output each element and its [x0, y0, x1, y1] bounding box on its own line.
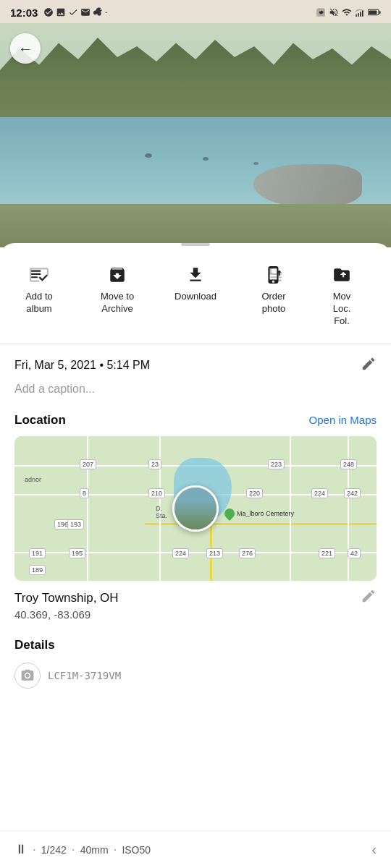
section-divider [0, 344, 391, 344]
svg-rect-5 [369, 10, 377, 14]
road-label-210: 210 [148, 488, 165, 498]
iso-value: ISO50 [122, 844, 151, 856]
pause-icon[interactable]: ⏸ [14, 842, 28, 857]
info-section: Fri, Mar 5, 2021 • 5:14 PM Add a caption… [0, 356, 391, 621]
move-archive-label: Move toArchive [101, 291, 134, 315]
road-label-248: 248 [340, 459, 357, 469]
open-maps-link[interactable]: Open in Maps [309, 414, 377, 426]
camera-icon [14, 663, 41, 689]
status-time: 12:03 [10, 7, 38, 19]
svg-rect-6 [379, 11, 381, 14]
edit-location-icon[interactable] [361, 588, 377, 608]
road-label-224: 224 [311, 488, 328, 498]
wifi-icon [342, 7, 352, 17]
details-section: Details LCF1M-3719VM [0, 638, 391, 689]
location-title: Location [14, 413, 66, 427]
fan-icon [93, 7, 103, 17]
details-model: LCF1M-3719VM [48, 670, 121, 681]
action-order-photo[interactable]: Orderphoto [235, 259, 313, 320]
mute-icon [329, 7, 339, 17]
chevron-left-icon[interactable]: ‹ [371, 841, 377, 858]
add-album-icon [30, 263, 49, 286]
road-label-191: 191 [29, 548, 46, 558]
location-details: Troy Township, OH 40.369, -83.069 [14, 591, 377, 621]
road-label-224b: 224 [172, 548, 189, 558]
focal-length: 40mm [80, 844, 109, 856]
dot2: • [72, 846, 75, 853]
action-move-archive[interactable]: Move toArchive [78, 259, 156, 320]
order-photo-icon [264, 263, 283, 286]
status-left-icons: • [43, 7, 106, 17]
date-text: Fri, Mar 5, 2021 • 5:14 PM [14, 359, 150, 372]
road-label-223: 223 [268, 459, 285, 469]
road-label-207: 207 [80, 459, 96, 469]
road-label-221: 221 [319, 548, 335, 558]
bottom-sheet: Add toalbum Move toArchive Download [0, 243, 391, 746]
status-right-icons [316, 7, 381, 17]
photo-area: ← [0, 23, 391, 247]
road-label-220: 220 [246, 488, 263, 498]
svg-rect-2 [360, 12, 361, 16]
road-label-195: 195 [69, 548, 85, 558]
drag-handle[interactable] [181, 243, 210, 246]
signal-icon [355, 7, 365, 17]
archive-icon [108, 263, 127, 286]
road-label-23: 23 [148, 459, 161, 469]
cemetery-marker: Ma_lboro Cemetery [224, 509, 294, 519]
svg-rect-1 [358, 13, 359, 17]
road-label-8: 8 [80, 488, 89, 498]
location-name: Troy Township, OH [14, 591, 119, 605]
map-container[interactable]: 207 23 223 248 210 8 220 224 242 196 191… [14, 436, 377, 581]
download-icon [186, 263, 205, 286]
svg-rect-3 [362, 11, 363, 17]
status-bar: 12:03 • [0, 0, 391, 23]
order-photo-label: Orderphoto [261, 291, 285, 315]
location-header: Location Open in Maps [14, 413, 377, 427]
details-row: LCF1M-3719VM [14, 663, 377, 689]
check-circle-icon [43, 7, 54, 17]
caption-field[interactable]: Add a caption... [14, 383, 377, 396]
dot1: • [33, 846, 35, 853]
details-title: Details [14, 638, 377, 652]
road-label-193: 193 [67, 519, 84, 529]
download-label: Download [175, 291, 216, 303]
road-label-276: 276 [239, 548, 256, 558]
move-folder-label: MovLoc.Fol. [333, 291, 351, 328]
check-icon [68, 7, 78, 17]
road-label-189: 189 [29, 565, 46, 575]
battery-saver-icon [316, 7, 326, 17]
battery-icon [368, 7, 381, 17]
actions-row: Add toalbum Move toArchive Download [0, 256, 391, 344]
notification-dot: • [105, 10, 106, 14]
action-download[interactable]: Download [156, 259, 235, 307]
email-icon [80, 7, 91, 17]
add-album-label: Add toalbum [25, 291, 53, 315]
road-label-213: 213 [206, 548, 223, 558]
move-folder-icon [332, 263, 351, 286]
location-coords: 40.369, -83.069 [14, 608, 119, 621]
svg-rect-0 [356, 14, 357, 17]
action-add-album[interactable]: Add toalbum [0, 259, 78, 320]
photo-count: 1/242 [41, 844, 67, 856]
back-button[interactable]: ← [10, 33, 41, 64]
date-row: Fri, Mar 5, 2021 • 5:14 PM [14, 356, 377, 375]
road-label-242: 242 [344, 488, 361, 498]
action-move-folder[interactable]: MovLoc.Fol. [313, 259, 371, 332]
edit-date-icon[interactable] [361, 356, 377, 375]
back-arrow-icon: ← [18, 41, 33, 56]
dot3: • [114, 846, 117, 853]
bottom-bar-left: ⏸ • 1/242 • 40mm • ISO50 [14, 842, 151, 857]
bottom-bar: ⏸ • 1/242 • 40mm • ISO50 ‹ [0, 830, 391, 868]
map-photo-pin [172, 485, 219, 532]
road-label-42: 42 [348, 548, 361, 558]
photo-icon [56, 7, 66, 17]
